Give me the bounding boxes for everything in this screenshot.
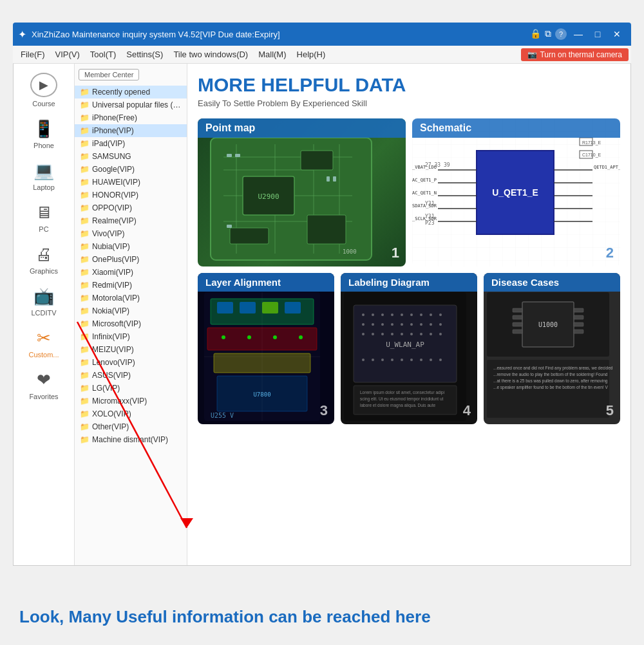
minimize-button[interactable]: — xyxy=(569,26,587,42)
tree-item-1[interactable]: 📁 Universal popular files (free xyxy=(75,98,187,111)
sidebar-item-pc[interactable]: 🖥 PC xyxy=(17,198,71,238)
svg-text:U1000: U1000 xyxy=(538,321,558,328)
maximize-button[interactable]: □ xyxy=(589,26,607,42)
sidebar-item-favorites[interactable]: ❤ Favorites xyxy=(17,365,71,406)
thermal-camera-button[interactable]: 📷 Turn on thermal camera xyxy=(521,48,629,61)
sidebar-item-lcditv[interactable]: 📺 LCDITV xyxy=(17,281,71,322)
folder-icon: 📁 xyxy=(80,191,90,200)
folder-icon: 📁 xyxy=(80,203,90,212)
svg-point-71 xyxy=(401,313,403,316)
svg-text:labore et dolore magna aliqua.: labore et dolore magna aliqua. Duis aute xyxy=(360,403,435,408)
svg-rect-18 xyxy=(333,176,336,182)
svg-point-72 xyxy=(410,313,413,316)
svg-text:SHIELD_ETDAC_QET1_P: SHIELD_ETDAC_QET1_P xyxy=(412,178,437,183)
svg-rect-12 xyxy=(230,228,269,244)
phone-icon: 📱 xyxy=(33,119,54,139)
folder-icon: 📁 xyxy=(80,242,90,251)
svg-point-78 xyxy=(381,323,384,326)
folder-icon: 📁 xyxy=(80,435,90,444)
menu-tile[interactable]: Tile two windows(D) xyxy=(168,48,253,61)
member-center-button[interactable]: Member Center xyxy=(79,69,139,80)
card-schematic[interactable]: Schematic 2 xyxy=(412,118,620,266)
menu-help[interactable]: Help(H) xyxy=(292,48,331,61)
menu-mall[interactable]: Mall(M) xyxy=(253,48,291,61)
folder-icon: 📁 xyxy=(80,139,90,148)
app-title: XinZhiZao Maintenance inquiry system V4.… xyxy=(32,30,530,39)
camera-icon: 📷 xyxy=(527,50,537,59)
sidebar-item-course[interactable]: ▶ Course xyxy=(17,68,71,113)
close-button[interactable]: ✕ xyxy=(608,26,626,42)
card-disease-cases[interactable]: Disease Cases 5 U1000 xyxy=(484,273,620,424)
tree-item-23[interactable]: 📁 LG(VIP) xyxy=(75,382,187,395)
svg-point-100 xyxy=(420,359,422,361)
tree-item-27[interactable]: 📁 Machine dismant(VIP) xyxy=(75,433,187,446)
tree-item-25[interactable]: 📁 XOLO(VIP) xyxy=(75,407,187,420)
tree-item-24[interactable]: 📁 Micromaxx(VIP) xyxy=(75,395,187,407)
pc-icon: 🖥 xyxy=(35,203,52,223)
svg-rect-113 xyxy=(513,330,522,333)
tree-item-6[interactable]: 📁 Google(VIP) xyxy=(75,163,187,176)
folder-icon: 📁 xyxy=(80,332,90,341)
tree-item-15[interactable]: 📁 Redmi(VIP) xyxy=(75,279,187,292)
sidebar-item-laptop[interactable]: 💻 Laptop xyxy=(17,156,71,196)
card-labeling-diagram[interactable]: Labeling Diagram 4 U_WLAN_AP xyxy=(341,273,477,424)
tree-item-17[interactable]: 📁 Nokia(VIP) xyxy=(75,304,187,317)
tree-item-11[interactable]: 📁 Vivo(VIP) xyxy=(75,227,187,240)
svg-rect-115 xyxy=(574,315,583,319)
menu-settings[interactable]: Settins(S) xyxy=(121,48,168,61)
tree-item-3[interactable]: 📁 iPhone(VIP) xyxy=(75,124,187,137)
folder-icon: 📁 xyxy=(80,345,90,354)
menu-tool[interactable]: Tool(T) xyxy=(85,48,121,61)
custom-icon: ✂ xyxy=(37,328,51,348)
tree-item-8[interactable]: 📁 HONOR(VIP) xyxy=(75,189,187,201)
svg-point-88 xyxy=(391,333,393,335)
folder-icon: 📁 xyxy=(80,88,90,97)
svg-rect-114 xyxy=(574,308,583,312)
tree-item-26[interactable]: 📁 Other(VIP) xyxy=(75,420,187,433)
tree-item-5[interactable]: 📁 SAMSUNG xyxy=(75,150,187,163)
tree-item-12[interactable]: 📁 Nubia(VIP) xyxy=(75,240,187,253)
tree-item-19[interactable]: 📁 Infinix(VIP) xyxy=(75,330,187,343)
tree-item-20[interactable]: 📁 MEIZU(VIP) xyxy=(75,343,187,356)
sidebar-item-graphics[interactable]: 🖨 Graphics xyxy=(17,239,71,280)
laptop-icon: 💻 xyxy=(33,161,54,181)
svg-point-73 xyxy=(420,313,422,316)
svg-text:Y31: Y31 xyxy=(425,201,435,207)
app-icon: ✦ xyxy=(18,28,26,41)
svg-point-89 xyxy=(401,333,403,335)
card-layer-alignment[interactable]: Layer Alignment 3 xyxy=(198,273,334,424)
sidebar-item-custom[interactable]: ✂ Custom... xyxy=(17,323,71,364)
tree-item-22[interactable]: 📁 ASUS(VIP) xyxy=(75,369,187,382)
menu-vip[interactable]: VIP(V) xyxy=(50,48,85,61)
svg-point-102 xyxy=(439,359,442,361)
tree-item-14[interactable]: 📁 Xiaomi(VIP) xyxy=(75,266,187,279)
svg-point-95 xyxy=(372,359,374,361)
svg-text:...at there is a 25 bus was pu: ...at there is a 25 bus was pulled down … xyxy=(493,379,608,384)
svg-point-76 xyxy=(362,323,365,326)
card-point-map[interactable]: Point map 1 xyxy=(198,118,406,266)
svg-point-69 xyxy=(381,313,384,316)
tree-item-recently-opened[interactable]: 📁 Recently opened xyxy=(75,86,187,98)
tree-item-9[interactable]: 📁 OPPO(VIP) xyxy=(75,201,187,214)
tree-item-10[interactable]: 📁 Realme(VIP) xyxy=(75,214,187,227)
svg-point-79 xyxy=(391,323,393,326)
sidebar-item-phone[interactable]: 📱 Phone xyxy=(17,114,71,154)
tree-item-16[interactable]: 📁 Motorola(VIP) xyxy=(75,292,187,304)
folder-icon: 📁 xyxy=(80,319,90,328)
tree-item-18[interactable]: 📁 Microsoft(VIP) xyxy=(75,317,187,330)
svg-text:27 33 39: 27 33 39 xyxy=(425,162,450,168)
tree-item-2[interactable]: 📁 iPhone(Free) xyxy=(75,111,187,124)
svg-rect-15 xyxy=(235,154,240,157)
svg-point-68 xyxy=(372,313,374,316)
tree-item-7[interactable]: 📁 HUAWEI(VIP) xyxy=(75,176,187,189)
tree-item-13[interactable]: 📁 OnePlus(VIP) xyxy=(75,253,187,266)
svg-point-98 xyxy=(401,359,403,361)
svg-point-55 xyxy=(222,335,225,339)
svg-rect-16 xyxy=(227,225,232,228)
svg-point-67 xyxy=(362,313,365,316)
menu-file[interactable]: File(F) xyxy=(15,48,50,61)
svg-text:...easured once and did not Fi: ...easured once and did not Find any pro… xyxy=(493,366,613,371)
svg-point-93 xyxy=(439,333,442,335)
tree-item-4[interactable]: 📁 iPad(VIP) xyxy=(75,137,187,150)
tree-item-21[interactable]: 📁 Lenovo(VIP) xyxy=(75,356,187,369)
